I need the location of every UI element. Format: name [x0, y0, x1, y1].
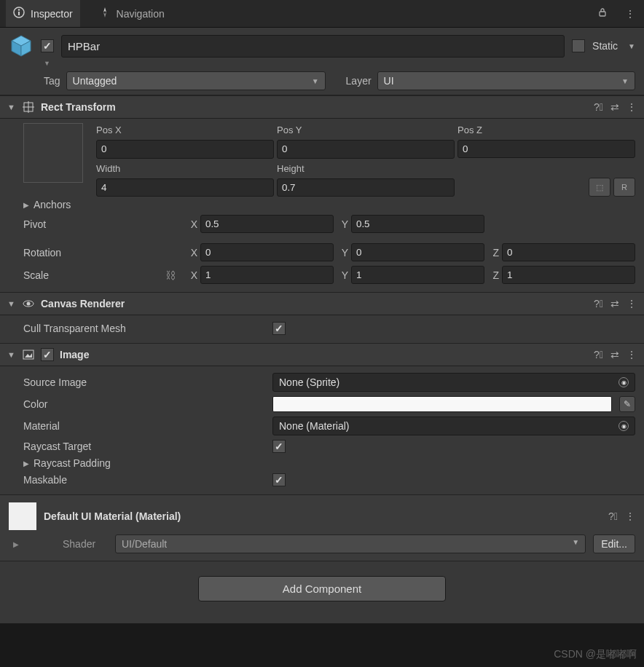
help-icon[interactable]: ?⃝ — [594, 298, 603, 309]
canvas-renderer-icon — [22, 297, 35, 310]
material-block: Default UI Material (Material) ?⃝ ⋮ ▶ Sh… — [0, 494, 644, 561]
raycast-target-checkbox[interactable] — [272, 440, 286, 453]
image-body: Source Image None (Sprite) ◉ Color ✎ Mat… — [0, 366, 644, 494]
anchor-preset-button[interactable] — [23, 123, 83, 183]
posy-label: Pos Y — [277, 123, 455, 137]
gameobject-header: Static ▼ ▼ Tag Untagged ▼ Layer UI ▼ — [0, 28, 644, 95]
color-label: Color — [9, 398, 268, 410]
chevron-down-icon: ▼ — [621, 77, 629, 85]
footer: Add Component — [0, 561, 644, 623]
material-field[interactable]: None (Material) ◉ — [272, 417, 635, 435]
component-title: Rect Transform — [41, 101, 588, 113]
raycast-padding-foldout[interactable]: ▶Raycast Padding — [9, 457, 268, 469]
posz-label: Pos Z — [458, 123, 635, 137]
source-image-field[interactable]: None (Sprite) ◉ — [272, 373, 635, 392]
rect-transform-icon — [22, 100, 35, 114]
scale-label: Scale⛓ — [9, 269, 183, 281]
object-picker-icon[interactable]: ◉ — [619, 421, 629, 431]
kebab-icon[interactable]: ⋮ — [627, 349, 637, 360]
tab-bar: Inspector Navigation ⋮ — [0, 0, 644, 28]
shader-label: Shader — [63, 538, 108, 550]
tab-label: Inspector — [31, 8, 73, 20]
tab-navigation[interactable]: Navigation — [92, 0, 172, 27]
image-icon — [22, 348, 35, 361]
blueprint-mode-button[interactable]: ⬚ — [589, 178, 610, 197]
kebab-icon[interactable]: ⋮ — [627, 101, 637, 113]
svg-point-2 — [18, 9, 20, 10]
svg-marker-15 — [25, 353, 32, 358]
help-icon[interactable]: ?⃝ — [594, 349, 603, 360]
width-label: Width — [96, 162, 274, 175]
canvas-renderer-body: Cull Transparent Mesh — [0, 315, 644, 343]
raw-edit-button[interactable]: R — [613, 178, 635, 197]
pivot-y-input[interactable] — [351, 215, 484, 233]
height-input[interactable] — [277, 178, 455, 197]
height-label: Height — [277, 162, 455, 175]
kebab-icon[interactable]: ⋮ — [625, 510, 635, 522]
tab-inspector[interactable]: Inspector — [6, 0, 80, 27]
pivot-label: Pivot — [9, 218, 183, 230]
kebab-icon[interactable]: ⋮ — [627, 298, 637, 309]
rect-transform-header[interactable]: ▼ Rect Transform ?⃝ ⇄ ⋮ — [0, 95, 644, 119]
info-icon — [13, 7, 25, 20]
preset-icon[interactable]: ⇄ — [610, 101, 619, 113]
edit-button[interactable]: Edit... — [593, 534, 635, 553]
preset-icon[interactable]: ⇄ — [610, 349, 619, 360]
tab-label: Navigation — [117, 8, 165, 20]
layer-value: UI — [384, 75, 394, 87]
kebab-icon[interactable]: ⋮ — [622, 5, 638, 23]
shader-select[interactable]: UI/Default ▼ — [115, 534, 586, 553]
scale-y-input[interactable] — [351, 266, 484, 284]
help-icon[interactable]: ?⃝ — [608, 510, 618, 522]
preset-icon[interactable]: ⇄ — [610, 298, 619, 309]
rotation-z-input[interactable] — [502, 243, 635, 261]
chevron-down-icon: ▼ — [312, 77, 319, 85]
rotation-label: Rotation — [9, 247, 183, 258]
svg-marker-3 — [103, 7, 106, 12]
tag-select[interactable]: Untagged ▼ — [66, 71, 326, 90]
rect-transform-body: Pos X Width Pos Y Height Pos Z ⬚ R — [0, 119, 644, 292]
rotation-x-input[interactable] — [200, 243, 334, 261]
lock-icon[interactable] — [594, 4, 610, 23]
rotation-y-input[interactable] — [351, 243, 484, 261]
prefab-dropdown-icon[interactable]: ▼ — [44, 60, 50, 67]
material-label: Material — [9, 420, 268, 432]
nav-icon — [99, 7, 111, 20]
cube-icon[interactable] — [9, 33, 34, 58]
component-title: Image — [60, 349, 588, 360]
component-title: Canvas Renderer — [41, 298, 588, 309]
maskable-checkbox[interactable] — [272, 473, 286, 486]
svg-rect-1 — [18, 12, 20, 15]
scale-x-input[interactable] — [200, 266, 334, 284]
anchors-foldout[interactable]: ▶Anchors — [9, 199, 268, 210]
image-enabled-checkbox[interactable] — [41, 348, 54, 361]
pivot-x-input[interactable] — [200, 215, 334, 233]
image-header[interactable]: ▼ Image ?⃝ ⇄ ⋮ — [0, 343, 644, 366]
posy-input[interactable] — [277, 140, 455, 159]
color-field[interactable] — [272, 396, 612, 412]
tag-label: Tag — [44, 75, 60, 87]
help-icon[interactable]: ?⃝ — [594, 101, 603, 113]
active-checkbox[interactable] — [41, 39, 54, 52]
static-dropdown-icon[interactable]: ▼ — [628, 42, 635, 50]
fold-icon[interactable]: ▶ — [13, 540, 20, 548]
cull-checkbox[interactable] — [272, 322, 286, 335]
canvas-renderer-header[interactable]: ▼ Canvas Renderer ?⃝ ⇄ ⋮ — [0, 292, 644, 315]
scale-z-input[interactable] — [502, 266, 635, 284]
posx-label: Pos X — [96, 123, 274, 137]
static-checkbox[interactable] — [572, 39, 585, 52]
gameobject-name-input[interactable] — [61, 35, 565, 58]
width-input[interactable] — [96, 178, 274, 197]
posz-input[interactable] — [458, 140, 635, 158]
constrain-icon[interactable]: ⛓ — [165, 269, 176, 281]
eyedropper-icon[interactable]: ✎ — [619, 396, 635, 412]
add-component-button[interactable]: Add Component — [198, 576, 446, 601]
layer-select[interactable]: UI ▼ — [377, 71, 635, 90]
object-picker-icon[interactable]: ◉ — [619, 377, 629, 387]
posx-input[interactable] — [96, 140, 274, 159]
fold-icon: ▼ — [7, 299, 16, 308]
cull-label: Cull Transparent Mesh — [9, 323, 268, 334]
tag-value: Untagged — [73, 75, 117, 87]
source-image-label: Source Image — [9, 376, 268, 388]
watermark: CSDN @是嘟嘟啊 — [554, 648, 637, 661]
